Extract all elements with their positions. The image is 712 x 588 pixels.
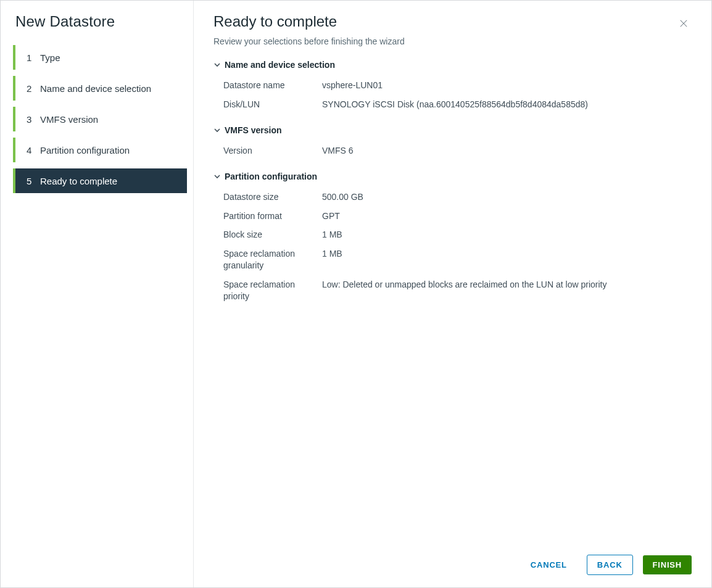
step-name-device[interactable]: 2 Name and device selection <box>13 76 187 101</box>
section-header-vmfs[interactable]: VMFS version <box>213 125 692 135</box>
section-vmfs-version: VMFS version Version VMFS 6 <box>213 125 692 160</box>
close-icon <box>678 19 689 31</box>
value: SYNOLOGY iSCSI Disk (naa.600140525f88564… <box>322 99 692 110</box>
step-number: 5 <box>27 176 40 186</box>
section-name-device: Name and device selection Datastore name… <box>213 60 692 114</box>
new-datastore-wizard: New Datastore 1 Type 2 Name and device s… <box>0 0 712 588</box>
page-subtitle: Review your selections before finishing … <box>213 36 405 46</box>
value: vsphere-LUN01 <box>322 80 692 91</box>
section-header-name-device[interactable]: Name and device selection <box>213 60 692 70</box>
chevron-down-icon <box>213 173 221 180</box>
page-header-text: Ready to complete Review your selections… <box>213 13 405 60</box>
value: GPT <box>322 210 692 222</box>
row-version: Version VMFS 6 <box>213 141 692 160</box>
step-label: Type <box>40 52 60 63</box>
row-datastore-name: Datastore name vsphere-LUN01 <box>213 76 692 95</box>
label: Version <box>223 145 322 157</box>
finish-button[interactable]: FINISH <box>643 555 692 574</box>
page-title: Ready to complete <box>213 13 405 30</box>
section-header-partition[interactable]: Partition configuration <box>213 172 692 181</box>
row-reclaim-granularity: Space reclamation granularity 1 MB <box>213 244 692 275</box>
section-title: VMFS version <box>225 125 282 135</box>
step-number: 1 <box>27 52 40 63</box>
summary-sections: Name and device selection Datastore name… <box>213 60 692 545</box>
section-partition-config: Partition configuration Datastore size 5… <box>213 172 692 306</box>
label: Datastore name <box>223 80 322 91</box>
chevron-down-icon <box>213 126 221 134</box>
step-type[interactable]: 1 Type <box>13 45 187 70</box>
row-disk-lun: Disk/LUN SYNOLOGY iSCSI Disk (naa.600140… <box>213 95 692 114</box>
row-block-size: Block size 1 MB <box>213 225 692 244</box>
value: Low: Deleted or unmapped blocks are recl… <box>322 279 692 291</box>
label: Partition format <box>223 210 322 222</box>
step-partition-config[interactable]: 4 Partition configuration <box>13 138 187 162</box>
wizard-footer: CANCEL BACK FINISH <box>213 545 692 575</box>
section-title: Partition configuration <box>225 172 317 181</box>
step-label: VMFS version <box>40 114 98 125</box>
chevron-down-icon <box>213 61 221 68</box>
value: 1 MB <box>322 248 692 260</box>
label: Space reclamation granularity <box>223 248 322 271</box>
step-vmfs-version[interactable]: 3 VMFS version <box>13 107 187 131</box>
step-number: 3 <box>27 114 40 125</box>
step-number: 4 <box>27 145 40 155</box>
cancel-button[interactable]: CANCEL <box>521 555 577 574</box>
label: Space reclamation priority <box>223 279 322 302</box>
step-number: 2 <box>27 83 40 94</box>
row-reclaim-priority: Space reclamation priority Low: Deleted … <box>213 275 692 306</box>
step-label: Ready to complete <box>40 176 117 186</box>
value: VMFS 6 <box>322 145 692 157</box>
wizard-steps: 1 Type 2 Name and device selection 3 VMF… <box>1 45 193 199</box>
row-datastore-size: Datastore size 500.00 GB <box>213 188 692 207</box>
close-button[interactable] <box>676 15 692 33</box>
row-partition-format: Partition format GPT <box>213 207 692 226</box>
step-ready-complete[interactable]: 5 Ready to complete <box>13 168 187 193</box>
step-label: Partition configuration <box>40 145 130 155</box>
label: Disk/LUN <box>223 99 322 110</box>
wizard-sidebar: New Datastore 1 Type 2 Name and device s… <box>1 1 194 587</box>
wizard-title: New Datastore <box>1 1 193 45</box>
section-title: Name and device selection <box>225 60 335 70</box>
step-label: Name and device selection <box>40 83 151 94</box>
back-button[interactable]: BACK <box>587 555 633 575</box>
value: 1 MB <box>322 229 692 241</box>
value: 500.00 GB <box>322 191 692 203</box>
wizard-main: Ready to complete Review your selections… <box>194 1 711 587</box>
label: Datastore size <box>223 191 322 203</box>
label: Block size <box>223 229 322 241</box>
page-header: Ready to complete Review your selections… <box>213 13 692 60</box>
